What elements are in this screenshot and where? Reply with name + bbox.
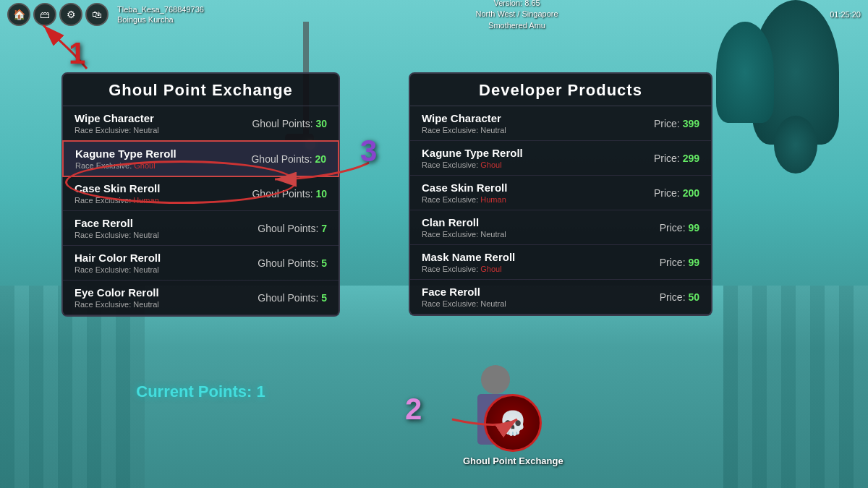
npc-icon: 💀: [484, 394, 542, 452]
item-info: Kagune Type Reroll Race Exclusive: Ghoul: [422, 147, 523, 169]
item-price: Price: 99: [660, 257, 699, 268]
item-exclusive: Race Exclusive: Neutral: [75, 231, 159, 239]
item-price: Ghoul Points: 20: [251, 153, 326, 165]
list-item[interactable]: Wipe Character Race Exclusive: Neutral P…: [410, 106, 711, 141]
item-price: Ghoul Points: 10: [252, 188, 327, 200]
item-price: Ghoul Points: 5: [258, 292, 327, 304]
item-info: Case Skin Reroll Race Exclusive: Human: [422, 181, 507, 204]
item-exclusive: Race Exclusive: Ghoul: [422, 160, 523, 169]
item-exclusive: Race Exclusive: Neutral: [422, 126, 506, 134]
home-button[interactable]: 🏠: [7, 3, 30, 26]
item-info: Mask Name Reroll Race Exclusive: Ghoul: [422, 251, 515, 273]
item-exclusive: Race Exclusive: Ghoul: [422, 265, 515, 273]
annotation-1: 1: [69, 36, 85, 71]
item-exclusive: Race Exclusive: Ghoul: [75, 161, 176, 170]
npc-container[interactable]: 💀 Ghoul Point Exchange: [463, 394, 563, 466]
item-name: Kagune Type Reroll: [75, 147, 176, 160]
item-exclusive: Race Exclusive: Neutral: [75, 300, 159, 309]
item-info: Clan Reroll Race Exclusive: Neutral: [422, 216, 506, 239]
ghoul-point-exchange-panel: Ghoul Point Exchange Wipe Character Race…: [61, 72, 340, 317]
hud-right-section: 01:25:20: [830, 10, 861, 19]
current-points: Current Points: 1: [61, 382, 340, 401]
inventory-button[interactable]: 🗃: [33, 3, 56, 26]
list-item[interactable]: Clan Reroll Race Exclusive: Neutral Pric…: [410, 210, 711, 245]
settings-button[interactable]: ⚙: [59, 3, 82, 26]
item-name: Kagune Type Reroll: [422, 147, 523, 159]
road-right: [723, 286, 868, 488]
hud-left-section: 🏠 🗃 ⚙ 🛍 Tleba_Kesa_768849736 Boingus Kur…: [7, 3, 204, 26]
item-info: Eye Color Reroll Race Exclusive: Neutral: [75, 286, 159, 309]
list-item[interactable]: Hair Color Reroll Race Exclusive: Neutra…: [63, 246, 339, 281]
item-price: Price: 399: [654, 118, 699, 129]
list-item[interactable]: Case Skin Reroll Race Exclusive: Human G…: [63, 176, 339, 211]
item-price: Price: 50: [660, 291, 699, 303]
item-name: Wipe Character: [75, 112, 159, 124]
item-price: Price: 299: [654, 153, 699, 164]
ghoul-exchange-title: Ghoul Point Exchange: [63, 74, 339, 106]
item-info: Case Skin Reroll Race Exclusive: Human: [75, 182, 160, 205]
developer-products-panel: Developer Products Wipe Character Race E…: [409, 72, 712, 316]
item-info: Face Reroll Race Exclusive: Neutral: [422, 286, 506, 308]
subname: Boingus Kurcha: [117, 14, 204, 25]
item-name: Case Skin Reroll: [422, 181, 507, 194]
list-item[interactable]: Case Skin Reroll Race Exclusive: Human P…: [410, 176, 711, 210]
version-label: Version: 8.65: [475, 0, 558, 9]
tree-left: [716, 22, 774, 123]
developer-products-title: Developer Products: [410, 74, 711, 106]
item-price: Ghoul Points: 30: [252, 118, 327, 129]
item-name: Hair Color Reroll: [75, 252, 161, 264]
annotation-3: 3: [360, 134, 377, 168]
item-exclusive: Race Exclusive: Neutral: [75, 265, 161, 274]
item-info: Wipe Character Race Exclusive: Neutral: [422, 112, 506, 134]
list-item[interactable]: Kagune Type Reroll Race Exclusive: Ghoul…: [410, 141, 711, 176]
location-line2: Smothered Amu: [475, 20, 558, 31]
item-exclusive: Race Exclusive: Human: [75, 196, 160, 205]
hud-center-section: Version: 8.65 North West / Singapore Smo…: [475, 0, 558, 31]
item-price: Ghoul Points: 7: [258, 223, 327, 234]
item-info: Hair Color Reroll Race Exclusive: Neutra…: [75, 252, 161, 274]
annotation-2: 2: [405, 392, 422, 427]
item-price: Price: 200: [654, 187, 699, 199]
item-name: Clan Reroll: [422, 216, 506, 228]
item-exclusive: Race Exclusive: Human: [422, 195, 507, 204]
username: Tleba_Kesa_768849736: [117, 4, 204, 14]
item-exclusive: Race Exclusive: Neutral: [75, 126, 159, 134]
list-item[interactable]: Face Reroll Race Exclusive: Neutral Pric…: [410, 280, 711, 314]
item-name: Face Reroll: [422, 286, 506, 298]
list-item[interactable]: Face Reroll Race Exclusive: Neutral Ghou…: [63, 211, 339, 246]
item-name: Case Skin Reroll: [75, 182, 160, 194]
item-name: Eye Color Reroll: [75, 286, 159, 299]
list-item[interactable]: Eye Color Reroll Race Exclusive: Neutral…: [63, 281, 339, 315]
item-info: Kagune Type Reroll Race Exclusive: Ghoul: [75, 147, 176, 170]
list-item[interactable]: Wipe Character Race Exclusive: Neutral G…: [63, 106, 339, 141]
item-info: Wipe Character Race Exclusive: Neutral: [75, 112, 159, 134]
item-name: Mask Name Reroll: [422, 251, 515, 263]
hud-top-bar: 🏠 🗃 ⚙ 🛍 Tleba_Kesa_768849736 Boingus Kur…: [0, 0, 868, 29]
item-name: Wipe Character: [422, 112, 506, 124]
item-exclusive: Race Exclusive: Neutral: [422, 230, 506, 239]
item-price: Price: 99: [660, 222, 699, 234]
shop-button[interactable]: 🛍: [85, 3, 109, 26]
npc-label: Ghoul Point Exchange: [463, 455, 563, 466]
item-exclusive: Race Exclusive: Neutral: [422, 299, 506, 308]
item-name: Face Reroll: [75, 217, 159, 229]
list-item-highlighted[interactable]: Kagune Type Reroll Race Exclusive: Ghoul…: [62, 140, 339, 177]
user-info: Tleba_Kesa_768849736 Boingus Kurcha: [117, 4, 204, 25]
clock: 01:25:20: [830, 10, 861, 19]
list-item[interactable]: Mask Name Reroll Race Exclusive: Ghoul P…: [410, 245, 711, 280]
item-price: Ghoul Points: 5: [258, 257, 327, 269]
item-info: Face Reroll Race Exclusive: Neutral: [75, 217, 159, 239]
location-line1: North West / Singapore: [475, 9, 558, 20]
